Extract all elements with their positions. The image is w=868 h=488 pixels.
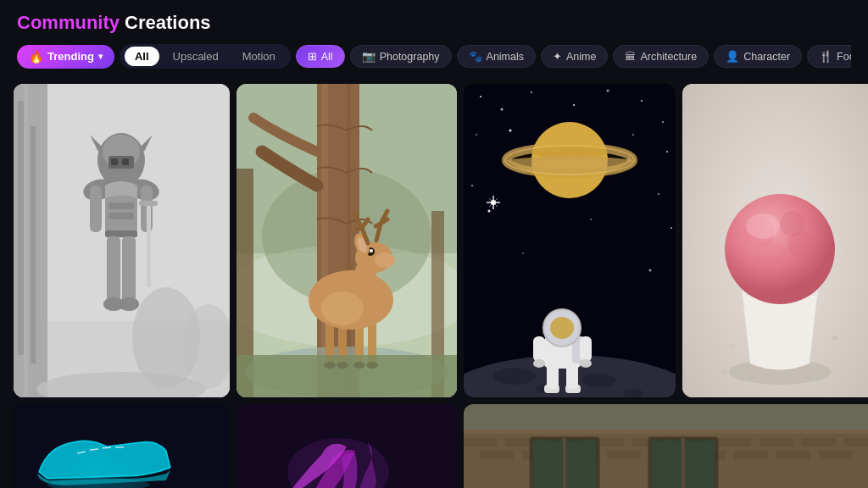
page-title: Community Creations bbox=[17, 12, 851, 34]
svg-rect-55 bbox=[236, 355, 457, 397]
trending-button[interactable]: 🔥 Trending ▾ bbox=[17, 45, 114, 69]
gallery bbox=[0, 77, 868, 488]
cat-architecture-label: Architecture bbox=[640, 51, 697, 63]
svg-rect-102 bbox=[580, 336, 592, 362]
cat-all-label: All bbox=[321, 51, 333, 63]
svg-rect-17 bbox=[90, 186, 102, 232]
svg-point-68 bbox=[471, 185, 473, 186]
svg-point-92 bbox=[590, 219, 592, 220]
svg-point-54 bbox=[321, 291, 364, 325]
person-icon: 👤 bbox=[726, 50, 739, 63]
card-space[interactable] bbox=[464, 84, 676, 397]
card-shoe[interactable] bbox=[14, 404, 230, 488]
filter-all[interactable]: All bbox=[125, 47, 159, 66]
fire-icon: 🔥 bbox=[29, 50, 43, 64]
anime-icon: ✦ bbox=[553, 50, 562, 63]
card-abstract[interactable] bbox=[236, 404, 457, 488]
svg-point-119 bbox=[721, 369, 729, 374]
svg-rect-19 bbox=[147, 202, 151, 287]
cat-animals[interactable]: 🐾 Animals bbox=[457, 45, 536, 68]
svg-rect-20 bbox=[139, 201, 158, 206]
svg-point-90 bbox=[582, 374, 616, 387]
cat-character[interactable]: 👤 Character bbox=[714, 45, 802, 68]
card-deer[interactable] bbox=[236, 84, 457, 397]
cat-food[interactable]: 🍴 Food bbox=[807, 45, 851, 68]
svg-point-88 bbox=[493, 368, 536, 385]
svg-point-103 bbox=[533, 359, 545, 368]
svg-line-124 bbox=[90, 449, 98, 450]
svg-point-114 bbox=[754, 241, 788, 274]
svg-point-58 bbox=[501, 108, 504, 111]
svg-point-94 bbox=[649, 269, 652, 272]
card-building[interactable] bbox=[464, 404, 868, 488]
svg-point-62 bbox=[641, 100, 643, 102]
animals-icon: 🐾 bbox=[469, 50, 482, 63]
title-community: Community bbox=[17, 12, 120, 33]
camera-icon: 📷 bbox=[362, 50, 376, 63]
cat-anime-label: Anime bbox=[566, 51, 596, 63]
header: Community Creations 🔥 Trending ▾ All Ups… bbox=[0, 0, 868, 77]
svg-rect-22 bbox=[122, 236, 136, 304]
svg-rect-133 bbox=[464, 438, 497, 446]
svg-point-115 bbox=[787, 231, 815, 258]
svg-point-116 bbox=[746, 214, 780, 239]
svg-rect-162 bbox=[464, 430, 868, 434]
filter-motion[interactable]: Motion bbox=[232, 47, 286, 66]
svg-rect-14 bbox=[108, 202, 134, 209]
svg-line-125 bbox=[103, 447, 111, 448]
card-icecream[interactable] bbox=[682, 84, 868, 397]
svg-point-24 bbox=[119, 297, 139, 311]
building-icon: 🏛 bbox=[625, 50, 636, 63]
svg-point-70 bbox=[658, 193, 659, 195]
svg-point-57 bbox=[480, 96, 481, 97]
svg-point-66 bbox=[632, 134, 634, 136]
svg-rect-3 bbox=[24, 84, 28, 397]
svg-point-59 bbox=[531, 92, 532, 93]
svg-point-69 bbox=[488, 210, 491, 213]
svg-point-60 bbox=[573, 104, 575, 106]
cat-animals-label: Animals bbox=[487, 51, 524, 63]
svg-rect-156 bbox=[563, 438, 566, 488]
cat-all[interactable]: ⊞ All bbox=[296, 45, 345, 68]
svg-rect-150 bbox=[776, 451, 810, 459]
svg-rect-10 bbox=[122, 158, 129, 165]
svg-rect-15 bbox=[108, 213, 134, 219]
svg-point-51 bbox=[370, 249, 373, 252]
svg-point-118 bbox=[824, 353, 829, 357]
cat-anime[interactable]: ✦ Anime bbox=[541, 45, 608, 68]
svg-rect-142 bbox=[844, 438, 868, 446]
grid-icon: ⊞ bbox=[308, 50, 317, 63]
nav-bar: 🔥 Trending ▾ All Upscaled Motion ⊞ All 📷… bbox=[17, 44, 851, 77]
trending-label: Trending bbox=[47, 50, 94, 63]
svg-rect-141 bbox=[802, 438, 836, 446]
svg-point-71 bbox=[670, 227, 672, 229]
filter-group: All Upscaled Motion bbox=[120, 44, 291, 69]
svg-rect-149 bbox=[734, 451, 768, 459]
cat-photography-label: Photography bbox=[380, 51, 440, 63]
svg-point-91 bbox=[623, 389, 643, 397]
svg-rect-143 bbox=[480, 451, 514, 459]
svg-point-63 bbox=[662, 121, 664, 123]
svg-point-104 bbox=[580, 359, 592, 368]
svg-point-117 bbox=[730, 344, 737, 349]
svg-rect-146 bbox=[607, 451, 641, 459]
cat-photography[interactable]: 📷 Photography bbox=[350, 45, 452, 68]
food-icon: 🍴 bbox=[819, 50, 832, 63]
chevron-down-icon: ▾ bbox=[98, 52, 103, 61]
svg-rect-151 bbox=[819, 451, 853, 459]
svg-rect-21 bbox=[107, 236, 120, 304]
svg-rect-161 bbox=[682, 438, 685, 488]
card-warrior[interactable] bbox=[14, 84, 230, 397]
svg-rect-159 bbox=[685, 441, 715, 488]
svg-rect-16 bbox=[105, 230, 137, 237]
cat-architecture[interactable]: 🏛 Architecture bbox=[613, 45, 709, 68]
svg-point-64 bbox=[476, 134, 477, 136]
svg-rect-2 bbox=[18, 101, 25, 355]
svg-point-67 bbox=[666, 151, 668, 152]
svg-rect-154 bbox=[566, 441, 596, 488]
svg-rect-140 bbox=[760, 438, 793, 446]
filter-upscaled[interactable]: Upscaled bbox=[163, 47, 229, 66]
svg-rect-153 bbox=[533, 441, 565, 488]
cat-food-label: Food bbox=[837, 51, 851, 63]
svg-rect-101 bbox=[533, 336, 545, 362]
